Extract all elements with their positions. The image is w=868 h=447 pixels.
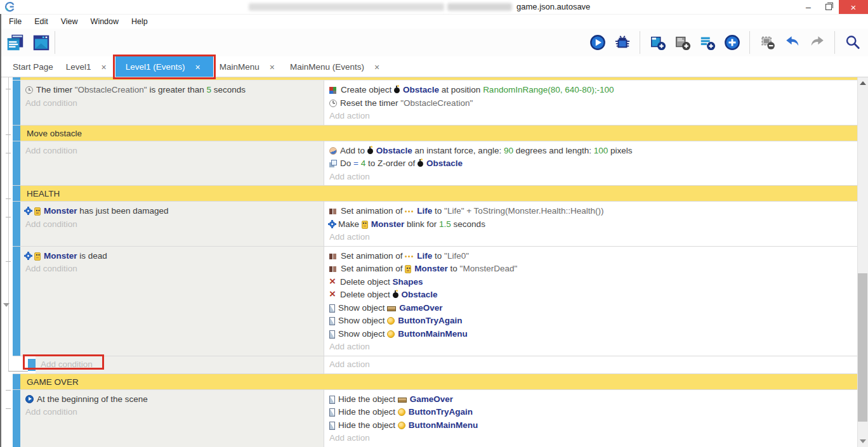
action-line[interactable]: Set animation of Monster to "MonsterDead… [329,262,852,276]
actions-cell[interactable]: Create object Obstacle at position Rando… [324,81,857,125]
tab-mainmenu-events[interactable]: MainMenu (Events)× [284,56,388,77]
action-line[interactable]: Make Monster blink for 1.5 seconds [329,218,852,231]
minimize-button[interactable]: – [798,0,819,14]
add-action-link[interactable]: Add action [329,432,852,445]
condition-line[interactable]: The timer "ObstacleCreation" is greater … [25,84,319,97]
tab-level1-events[interactable]: Level1 (Events)× [115,56,213,77]
debug-button[interactable] [612,32,633,53]
project-manager-button[interactable] [4,32,25,53]
tab-close-icon[interactable]: × [99,62,109,72]
event-handle-bar[interactable] [13,141,20,186]
add-action-link[interactable]: Add action [329,358,852,372]
add-action-link[interactable]: Add action [329,110,852,123]
scene-editor-button[interactable] [30,32,51,53]
condition-line[interactable]: Monster is dead [25,250,319,263]
scroll-down-icon[interactable] [860,439,866,443]
tab-mainmenu[interactable]: MainMenu× [213,56,284,77]
action-line[interactable]: Show object GameOver [329,302,852,315]
vertical-scrollbar[interactable] [857,77,868,447]
event-row[interactable]: Monster has just been damagedAdd conditi… [13,202,857,247]
add-comment-button[interactable] [697,32,718,53]
event-row[interactable]: Monster is deadAdd conditionSet animatio… [13,247,857,356]
add-subevent-button[interactable] [672,32,693,53]
subevent-actions-cell[interactable]: Add action [324,356,857,373]
tab-close-icon[interactable]: × [372,62,382,72]
add-condition-link[interactable]: Add condition [25,145,319,158]
comment-body[interactable]: GAME OVER [20,374,857,389]
menu-item-help[interactable]: Help [125,17,154,26]
scroll-up-icon[interactable] [860,81,866,85]
action-line[interactable]: Delete object Obstacle [329,288,852,302]
event-handle-bar[interactable] [13,77,20,80]
action-line[interactable]: Reset the timer "ObstacleCreation" [329,97,852,110]
add-condition-link[interactable]: Add condition [25,262,319,276]
search-button[interactable] [842,32,863,53]
event-handle-bar[interactable] [13,81,20,125]
menu-item-file[interactable]: File [3,17,28,26]
subevent-conditions-cell[interactable]: Add condition [36,356,324,373]
tab-start-page[interactable]: Start Page [6,56,60,77]
comment-row[interactable]: GAME OVER [13,374,857,390]
subevent-row[interactable]: Add conditionAdd action [13,356,857,374]
event-handle-bar[interactable] [13,374,20,389]
add-condition-link[interactable]: Add condition [41,360,93,369]
action-line[interactable]: Delete object Shapes [329,276,852,289]
comment-row[interactable]: HEALTH [13,186,857,202]
maximize-button[interactable] [819,0,839,14]
actions-cell[interactable]: Add to Obstacle an instant force, angle:… [324,141,857,186]
menu-item-window[interactable]: Window [84,17,125,26]
condition-line[interactable]: Monster has just been damaged [25,205,319,218]
action-line[interactable]: Set animation of Life to "Life0" [329,250,852,263]
actions-cell[interactable]: Set animation of Life to "Life0"Set anim… [324,247,857,356]
collapse-arrow-icon[interactable] [3,303,10,307]
actions-cell[interactable]: Set animation of Life to "Life" + ToStri… [324,202,857,246]
conditions-cell[interactable]: The timer "ObstacleCreation" is greater … [20,81,324,125]
conditions-cell[interactable]: Monster has just been damagedAdd conditi… [20,202,324,246]
action-line[interactable]: Set animation of Life to "Life" + ToStri… [329,205,852,218]
action-line[interactable]: Hide the object ButtonTryAgain [329,406,852,419]
conditions-cell[interactable]: Add condition [20,141,324,186]
scrollbar-thumb[interactable] [858,273,867,422]
comment-body[interactable]: Move obstacle [20,126,857,141]
condition-line[interactable]: At the beginning of the scene [25,393,319,406]
add-action-link[interactable]: Add action [329,171,852,184]
tab-level1[interactable]: Level1× [60,56,115,77]
close-button[interactable]: × [839,0,868,14]
event-handle-bar[interactable] [13,186,20,201]
action-line[interactable]: Show object ButtonTryAgain [329,314,852,328]
menu-item-view[interactable]: View [55,17,84,26]
action-line[interactable]: Show object ButtonMainMenu [329,328,852,341]
add-condition-link[interactable]: Add condition [25,97,319,110]
event-row[interactable]: At the beginning of the sceneAdd conditi… [13,390,857,447]
actions-cell[interactable]: Hide the object GameOverHide the object … [324,390,857,447]
action-line[interactable]: Hide the object GameOver [329,393,852,406]
add-condition-link[interactable]: Add condition [25,406,319,419]
event-handle-bar[interactable] [13,390,20,447]
action-line[interactable]: Add to Obstacle an instant force, angle:… [329,145,852,158]
event-row[interactable]: The timer "ObstacleCreation" is greater … [13,81,857,126]
event-handle-bar[interactable] [13,202,20,246]
tab-close-icon[interactable]: × [267,62,277,72]
add-condition-link[interactable]: Add condition [25,218,319,231]
tab-close-icon[interactable]: × [193,62,203,72]
add-event-button[interactable] [647,32,668,53]
redo-button[interactable] [806,32,827,53]
undo-button[interactable] [782,32,803,53]
add-action-link[interactable]: Add action [329,231,852,244]
subevent-handle-bar[interactable] [28,359,36,371]
conditions-cell[interactable]: At the beginning of the sceneAdd conditi… [20,390,324,447]
event-handle-bar[interactable] [13,247,20,356]
action-line[interactable]: Hide the object ButtonMainMenu [329,419,852,432]
comment-row[interactable]: Move obstacle [13,126,857,141]
action-line[interactable]: Do = 4 to Z-order of Obstacle [329,157,852,171]
conditions-cell[interactable]: Monster is deadAdd condition [20,247,324,356]
run-button[interactable] [587,32,608,53]
add-action-link[interactable]: Add action [329,340,852,354]
menu-item-edit[interactable]: Edit [28,17,55,26]
add-circle-button[interactable] [721,32,742,53]
action-line[interactable]: Create object Obstacle at position Rando… [329,84,852,97]
comment-body[interactable]: HEALTH [20,186,857,201]
event-row[interactable]: Add conditionAdd to Obstacle an instant … [13,141,857,186]
subevent-add-condition[interactable]: Add condition [41,358,102,372]
event-handle-bar[interactable] [13,126,20,141]
